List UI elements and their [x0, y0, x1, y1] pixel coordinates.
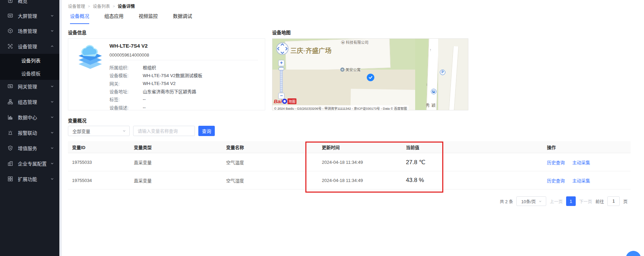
chevron-down-icon — [539, 200, 542, 203]
cell-update-time: 2024-04-18 11:34:49 — [322, 171, 363, 189]
breadcrumb-separator: > — [88, 4, 90, 8]
map-zoom-thumb[interactable] — [279, 68, 284, 70]
col-header-current-value: 当前值 — [406, 141, 419, 153]
map-copyright: © 2024 Baidu - GS(2023)3206号 - 甲测资字11111… — [272, 105, 409, 110]
history-query-link[interactable]: 历史查询 — [547, 177, 565, 184]
tab-configuration-app[interactable]: 组态应用 — [104, 12, 124, 24]
sidebar-item-enterprise[interactable]: 企业专属配置 — [0, 156, 59, 171]
page-number-button[interactable]: 1 — [566, 196, 576, 206]
prev-page-button[interactable]: 上一页 — [550, 198, 563, 205]
sidebar-item-label: 数据中心 — [18, 114, 37, 121]
breadcrumb-separator: > — [113, 4, 115, 8]
tab-video-monitor[interactable]: 视频监控 — [139, 12, 158, 24]
breadcrumb-item[interactable]: 设备管理 — [68, 3, 85, 9]
variable-search-input[interactable] — [133, 126, 195, 136]
sidebar-divider — [59, 0, 62, 256]
active-collect-link[interactable]: 主动采集 — [572, 177, 590, 184]
breadcrumb: 设备管理 > 设备列表 > 设备详情 — [68, 3, 135, 9]
poi-label: 科技有限公司 — [346, 39, 368, 45]
goto-page-input[interactable] — [607, 196, 620, 206]
tab-device-overview[interactable]: 设备概况 — [70, 12, 89, 24]
map-pan-control[interactable] — [276, 42, 289, 55]
map-poi-company: ◉ 科技有限公司 — [341, 39, 368, 45]
sidebar-item-label: 设备管理 — [18, 43, 37, 50]
cell-update-time: 2024-04-18 11:34:49 — [322, 153, 363, 171]
cell-actions: 历史查询 主动采集 — [547, 171, 598, 189]
col-header-variable-type: 变量类型 — [134, 141, 152, 153]
cell-variable-type: 直采变量 — [134, 153, 152, 171]
col-header-update-time: 更新时间 — [322, 141, 340, 153]
sidebar: 概览 大屏管理 场景管理 设备管理 设备列表 — [0, 0, 59, 256]
sidebar-item-label: 增值服务 — [18, 145, 37, 151]
chevron-down-icon — [50, 146, 54, 150]
chevron-down-icon — [122, 129, 126, 133]
col-header-actions: 操作 — [547, 141, 556, 153]
tab-data-debug[interactable]: 数据调试 — [173, 12, 192, 24]
device-submenu: 设备列表 设备模板 — [0, 54, 59, 80]
breadcrumb-item[interactable]: 设备列表 — [93, 3, 110, 9]
history-query-link[interactable]: 历史查询 — [547, 159, 565, 166]
datacenter-icon — [8, 114, 13, 120]
next-page-button[interactable]: 下一页 — [579, 198, 592, 205]
cell-variable-name: 空气温度 — [226, 153, 244, 171]
device-info-card: WH-LTE-7S4 V2 0000059614000008 所属组织:根组织 … — [68, 38, 265, 110]
chevron-down-icon — [50, 100, 54, 103]
sidebar-item-scene[interactable]: 场景管理 — [0, 23, 59, 38]
cell-actions: 历史查询 主动采集 — [547, 153, 598, 171]
poi-icon: ◉ — [341, 40, 345, 44]
chevron-down-icon — [50, 162, 54, 165]
sidebar-item-extension[interactable]: 扩展功能 — [0, 171, 59, 186]
field-label: 设备描述: — [109, 104, 143, 111]
sidebar-item-bigscreen[interactable]: 大屏管理 — [0, 8, 59, 23]
select-value: 全部变量 — [72, 128, 90, 134]
sidebar-item-alarm[interactable]: 报警联动 — [0, 125, 59, 140]
field-label: 所属组织: — [109, 64, 143, 71]
enterprise-icon — [8, 161, 13, 166]
extension-icon — [8, 176, 13, 182]
sidebar-item-device-list[interactable]: 设备列表 — [0, 54, 59, 67]
map-zoom-slider[interactable] — [280, 66, 283, 93]
pagination-total: 共 2 条 — [500, 198, 513, 205]
device-info-title: 设备信息 — [68, 29, 86, 36]
variable-type-select[interactable]: 全部变量 — [68, 126, 130, 136]
sidebar-item-label: 扩展功能 — [18, 175, 37, 182]
goto-suffix: 页 — [623, 198, 628, 205]
gateway-icon — [8, 84, 13, 89]
device-id: 0000059614000008 — [109, 52, 149, 58]
field-value: WH-LTE-7S4 V2 — [143, 81, 176, 86]
sidebar-item-gateway[interactable]: 网关管理 — [0, 79, 59, 94]
sidebar-item-vas[interactable]: 增值服务 — [0, 141, 59, 156]
page-size-select[interactable]: 10条/页 — [516, 196, 546, 206]
sidebar-item-configuration[interactable]: 组态管理 — [0, 94, 59, 109]
map-zoom-in-button[interactable]: + — [278, 60, 284, 66]
map-poi-apartment: ⌂ 美安公寓 — [340, 67, 361, 72]
road-direction-down-icon: ↓ — [426, 82, 428, 86]
field-value: -- — [143, 97, 146, 102]
road-direction-up-icon: ↑ — [430, 48, 432, 52]
detail-tabs: 设备概况 组态应用 视频监控 数据调试 — [70, 12, 207, 24]
sidebar-item-label: 组态管理 — [18, 98, 37, 105]
chevron-up-icon — [50, 45, 54, 48]
sidebar-item-overview[interactable]: 概览 — [0, 0, 59, 8]
device-location-marker[interactable] — [367, 74, 374, 81]
baidu-map[interactable]: ◉ 科技有限公司 三庆·齐盛广场 ⌂ 美安公寓 颖秀 ↑ ↓ P — [272, 38, 468, 110]
sidebar-item-datacenter[interactable]: 数据中心 — [0, 110, 59, 125]
goto-prefix: 前往 — [595, 198, 604, 205]
scene-icon — [8, 28, 13, 34]
field-row: 网关:WH-LTE-7S4 V2 — [109, 80, 202, 87]
baidu-logo: Bai 地图 — [274, 98, 296, 105]
sidebar-item-device-template[interactable]: 设备模板 — [0, 67, 59, 80]
field-row: 所属组织:根组织 — [109, 63, 202, 71]
table-row: 19755034 直采变量 空气湿度 2024-04-18 11:34:49 4… — [68, 171, 631, 190]
active-collect-link[interactable]: 主动采集 — [572, 159, 590, 166]
pagination: 共 2 条 10条/页 上一页 1 下一页 前往 页 — [500, 196, 628, 206]
variables-title: 变量概况 — [68, 117, 86, 124]
table-row: 19755033 直采变量 空气温度 2024-04-18 11:34:49 2… — [68, 153, 631, 171]
sidebar-item-device[interactable]: 设备管理 — [0, 39, 59, 54]
table-header-row: 变量ID 变量类型 变量名称 更新时间 当前值 操作 — [68, 141, 631, 153]
query-button[interactable]: 查询 — [198, 126, 215, 136]
sidebar-item-label: 网关管理 — [18, 83, 37, 90]
field-label: 标签: — [109, 96, 143, 102]
chevron-down-icon — [50, 131, 54, 134]
main-content: 设备管理 > 设备列表 > 设备详情 设备概况 组态应用 视频监控 数据调试 设… — [62, 0, 644, 256]
